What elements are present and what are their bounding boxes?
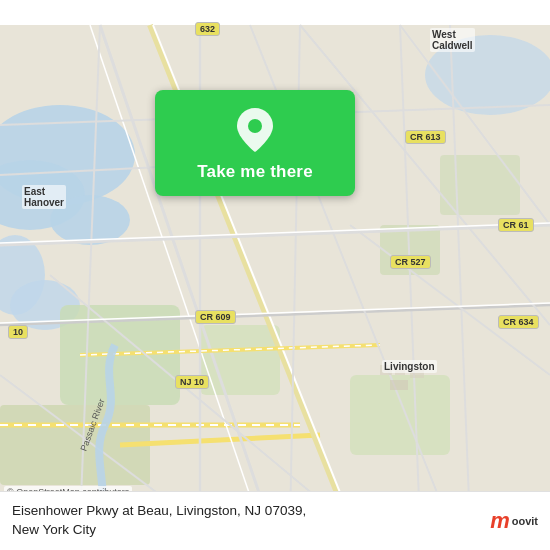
- map-container: 632 CR 613 CR 61 CR 527 CR 609 NJ 10 CR …: [0, 0, 550, 550]
- svg-rect-42: [390, 380, 408, 390]
- road-badge-10: 10: [8, 325, 28, 339]
- road-badge-cr613: CR 613: [405, 130, 446, 144]
- road-badge-632: 632: [195, 22, 220, 36]
- location-pin-icon: [237, 108, 273, 152]
- map-background: [0, 0, 550, 550]
- road-badge-cr634: CR 634: [498, 315, 539, 329]
- moovit-logo: m oovit: [490, 510, 538, 532]
- address-text: Eisenhower Pkwy at Beau, Livingston, NJ …: [12, 502, 480, 540]
- road-badge-cr609: CR 609: [195, 310, 236, 324]
- road-badge-cr61: CR 61: [498, 218, 534, 232]
- moovit-wordmark: oovit: [512, 516, 538, 527]
- moovit-m-letter: m: [490, 510, 510, 532]
- bottom-bar: Eisenhower Pkwy at Beau, Livingston, NJ …: [0, 491, 550, 550]
- road-badge-cr527: CR 527: [390, 255, 431, 269]
- take-me-there-button[interactable]: Take me there: [155, 90, 355, 196]
- road-badge-nj10: NJ 10: [175, 375, 209, 389]
- place-label-livingston: Livingston: [382, 360, 437, 373]
- address-line2: New York City: [12, 522, 96, 537]
- take-me-there-label: Take me there: [197, 162, 313, 182]
- place-label-east-hanover: EastHanover: [22, 185, 66, 209]
- address-line1: Eisenhower Pkwy at Beau, Livingston, NJ …: [12, 503, 306, 518]
- svg-point-43: [248, 119, 262, 133]
- place-label-west-caldwell: WestCaldwell: [430, 28, 475, 52]
